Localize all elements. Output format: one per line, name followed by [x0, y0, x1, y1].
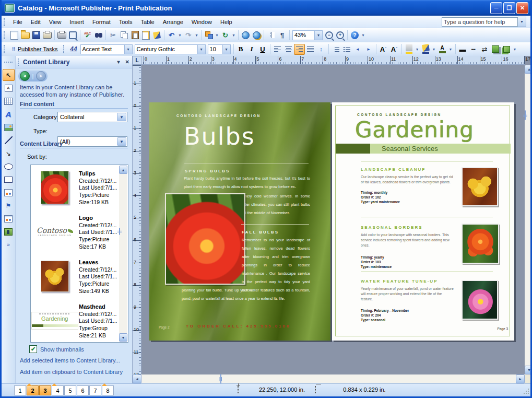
- task-pane-dropdown-icon[interactable]: ▾: [115, 59, 123, 65]
- page-button-1[interactable]: 1: [14, 385, 26, 395]
- menu-file[interactable]: File: [9, 17, 27, 27]
- page-button-5[interactable]: 5: [64, 385, 76, 395]
- line-color-icon[interactable]: [420, 44, 431, 55]
- menu-table[interactable]: Table: [136, 17, 158, 27]
- list-scroll-up-icon[interactable]: ▲: [119, 166, 127, 174]
- scroll-left-icon[interactable]: ◄: [133, 374, 141, 383]
- font-dropdown-icon[interactable]: ▾: [197, 45, 205, 54]
- format-painter-icon[interactable]: [151, 30, 162, 41]
- page-button-7[interactable]: 7: [89, 385, 101, 395]
- menu-view[interactable]: View: [45, 17, 66, 27]
- list-scroll-down-icon[interactable]: ▼: [119, 333, 127, 342]
- shadow-style-icon[interactable]: [490, 44, 501, 55]
- toolbar-options-icon[interactable]: ▾: [360, 30, 366, 41]
- zoom-combo[interactable]: 43% ▾: [292, 30, 323, 40]
- new-document-icon[interactable]: [9, 30, 20, 41]
- menu-insert[interactable]: Insert: [65, 17, 88, 27]
- increase-indent-icon[interactable]: ►: [363, 44, 374, 55]
- menu-tools[interactable]: Tools: [115, 17, 137, 27]
- menu-window[interactable]: Window: [187, 17, 216, 27]
- italic-icon[interactable]: I: [246, 44, 257, 55]
- help-question-input[interactable]: [442, 17, 518, 27]
- objects-toolbar-grip[interactable]: [4, 62, 13, 65]
- cut-icon[interactable]: ✂: [108, 30, 119, 41]
- redo-dropdown-icon[interactable]: ▾: [194, 30, 199, 41]
- pane-back-icon[interactable]: ◄: [20, 71, 30, 81]
- ruler-origin-box[interactable]: L: [133, 56, 141, 65]
- page-button-2[interactable]: 2: [27, 385, 39, 395]
- publisher-tasks-button[interactable]: ⁞⁞ Publisher Tasks: [9, 46, 61, 52]
- formatting-grip[interactable]: [63, 45, 66, 53]
- columns-icon[interactable]: [266, 30, 277, 41]
- font-size-dropdown-icon[interactable]: ▾: [222, 45, 230, 54]
- design-gallery-tool[interactable]: [3, 213, 15, 225]
- style-dropdown-icon[interactable]: ▾: [124, 45, 132, 54]
- add-selected-link[interactable]: Add selected items to Content Library...: [20, 357, 120, 364]
- library-list-scrollbar[interactable]: ▲ ▼: [119, 166, 127, 342]
- content-library-tool[interactable]: [3, 226, 15, 238]
- standard-toolbar-grip[interactable]: [4, 31, 7, 39]
- bookmark-tool[interactable]: ⚑: [3, 200, 15, 212]
- page-2-bulbs[interactable]: CONTOSO LANDSCAPE DESIGN Bulbs SPRING BU…: [149, 102, 330, 341]
- help-icon[interactable]: ?: [349, 30, 360, 41]
- mail-icon[interactable]: [42, 30, 53, 41]
- scroll-right-icon[interactable]: ►: [516, 374, 525, 383]
- styles-icon[interactable]: 44: [68, 44, 79, 55]
- category-select[interactable]: Collateral ▼: [57, 112, 127, 122]
- vertical-ruler[interactable]: 10123456789101112: [133, 65, 141, 374]
- add-clipboard-link[interactable]: Add item on clipboard to Content Library: [20, 369, 123, 375]
- window-resize-grip[interactable]: [523, 388, 529, 394]
- formatting-options-icon[interactable]: ▾: [512, 44, 518, 55]
- fill-color-icon[interactable]: [404, 44, 415, 55]
- align-center-icon[interactable]: [283, 44, 294, 55]
- page-button-6[interactable]: 6: [77, 385, 89, 395]
- spelling-icon[interactable]: ABC✔: [82, 30, 93, 41]
- minimize-button[interactable]: ─: [490, 2, 502, 14]
- task-pane-header[interactable]: Content Library ▾ ✕: [16, 56, 132, 68]
- scroll-up-icon[interactable]: ▲: [525, 65, 532, 74]
- line-spacing-icon[interactable]: ↕: [316, 44, 327, 55]
- special-characters-icon[interactable]: ¶: [277, 30, 288, 41]
- align-left-icon[interactable]: [272, 44, 283, 55]
- menu-edit[interactable]: Edit: [27, 17, 45, 27]
- research-icon[interactable]: [93, 30, 104, 41]
- zoom-out-icon[interactable]: −: [324, 30, 335, 41]
- task-pane-grip[interactable]: [18, 58, 21, 66]
- dash-style-icon[interactable]: ╌: [468, 44, 479, 55]
- align-right-icon[interactable]: [294, 44, 305, 55]
- horizontal-scrollbar[interactable]: ◄ ►: [133, 374, 525, 383]
- close-button[interactable]: ✕: [516, 2, 528, 14]
- paste-icon[interactable]: [129, 30, 140, 41]
- insert-table-tool[interactable]: [3, 95, 15, 107]
- copy-icon[interactable]: [119, 30, 129, 41]
- print-preview-icon[interactable]: [67, 30, 78, 41]
- arrow-style-icon[interactable]: ⇄: [479, 44, 490, 55]
- order-dropdown-icon[interactable]: ▾: [214, 30, 220, 41]
- page-button-4[interactable]: 4: [52, 385, 64, 395]
- bold-icon[interactable]: B: [235, 44, 246, 55]
- autoshapes-tool[interactable]: [3, 186, 15, 198]
- rotate-dropdown-icon[interactable]: ▾: [231, 30, 237, 41]
- menubar-grip[interactable]: [4, 18, 7, 26]
- design-checker-icon[interactable]: [140, 30, 151, 41]
- category-dropdown-icon[interactable]: ▼: [117, 113, 126, 121]
- undo-dropdown-icon[interactable]: ▾: [177, 30, 183, 41]
- vertical-scroll-thumb[interactable]: [525, 110, 526, 120]
- page-button-8[interactable]: 8: [102, 385, 114, 395]
- wordart-tool[interactable]: A: [3, 108, 15, 120]
- menu-format[interactable]: Format: [88, 17, 115, 27]
- underline-icon[interactable]: U: [257, 44, 268, 55]
- decrease-indent-icon[interactable]: ◄: [352, 44, 363, 55]
- oval-tool[interactable]: [3, 160, 15, 172]
- bullets-icon[interactable]: [341, 44, 352, 55]
- show-thumbnails-checkbox[interactable]: ✔: [29, 345, 37, 353]
- menu-help[interactable]: Help: [216, 17, 237, 27]
- zoom-dropdown-icon[interactable]: ▾: [314, 31, 322, 40]
- zoom-in-icon[interactable]: +: [335, 30, 346, 41]
- pane-forward-icon[interactable]: ►: [36, 71, 46, 81]
- print-icon[interactable]: [56, 30, 67, 41]
- page-3-gardening[interactable]: CONTOSO LANDSCAPE DESIGN Gardening Seaso…: [332, 102, 514, 341]
- scroll-down-icon[interactable]: ▼: [525, 366, 532, 374]
- page-button-3[interactable]: 3: [39, 385, 51, 395]
- justify-icon[interactable]: [305, 44, 316, 55]
